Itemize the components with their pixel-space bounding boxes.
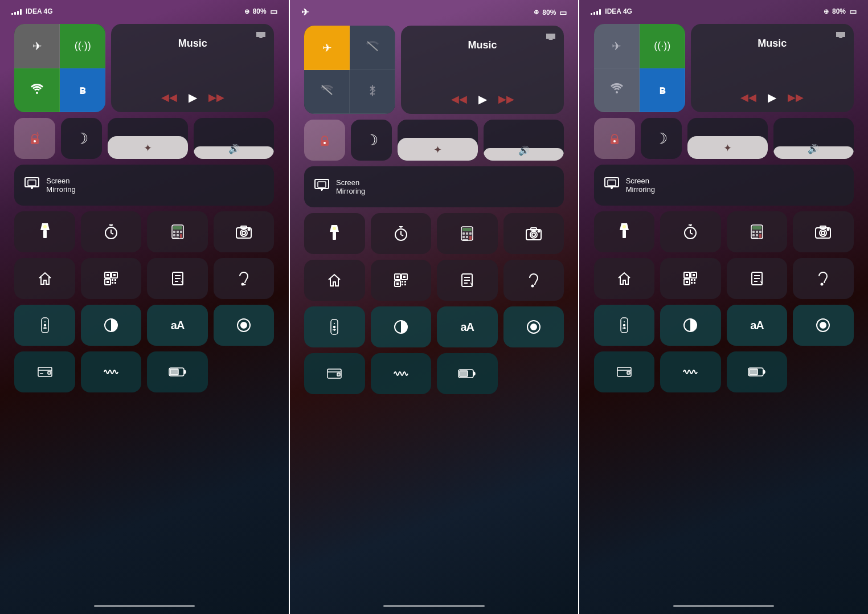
play-button-1[interactable]: ▶ <box>189 91 197 104</box>
bluetooth-button-2[interactable] <box>350 70 395 114</box>
wifi-icon-2 <box>321 84 333 99</box>
wallet-button-2[interactable] <box>304 353 365 394</box>
text-size-button-3[interactable]: aA <box>727 305 788 346</box>
timer-button-2[interactable] <box>371 213 432 254</box>
notes-button-2[interactable] <box>437 260 498 301</box>
volume-slider-2[interactable]: 🔊 <box>484 120 564 161</box>
prev-button-3[interactable]: ◀◀ <box>740 91 756 104</box>
qr-button-2[interactable] <box>371 260 432 301</box>
camera-button-3[interactable] <box>793 211 854 252</box>
soundwave-button-1[interactable] <box>81 351 142 392</box>
play-button-2[interactable]: ▶ <box>478 92 487 106</box>
flashlight-button-1[interactable] <box>14 211 75 252</box>
svg-rect-47 <box>48 371 51 374</box>
do-not-disturb-button-2[interactable]: ☽ <box>351 120 392 161</box>
cc-3: ✈ ((·)) ʙ <box>594 19 854 600</box>
screen-mirror-button-3[interactable]: Screen Mirroring <box>594 165 854 206</box>
battery-widget-button-1[interactable] <box>147 351 208 392</box>
screen-record-button-1[interactable] <box>214 305 275 346</box>
qr-button-3[interactable] <box>660 258 721 299</box>
bluetooth-button-3[interactable]: ʙ <box>640 68 685 113</box>
prev-button-1[interactable]: ◀◀ <box>161 91 177 104</box>
wallet-button-3[interactable] <box>594 351 655 392</box>
battery-widget-button-3[interactable] <box>727 351 788 392</box>
invert-button-2[interactable] <box>371 306 432 347</box>
location-icon-1: ⊕ <box>244 8 249 15</box>
screen-record-button-2[interactable] <box>503 306 564 347</box>
hearing-button-1[interactable] <box>214 258 275 299</box>
wifi-button-3[interactable] <box>594 68 640 113</box>
wallet-button-1[interactable] <box>14 351 75 392</box>
hearing-button-2[interactable] <box>503 260 564 301</box>
bluetooth-button-1[interactable]: ʙ <box>60 68 105 113</box>
rotation-lock-button-1[interactable] <box>14 118 55 159</box>
screen-record-button-3[interactable] <box>793 305 854 346</box>
brightness-slider-1[interactable]: ✦ <box>108 118 188 159</box>
notes-button-3[interactable] <box>727 258 788 299</box>
camera-button-1[interactable] <box>214 211 275 252</box>
next-button-1[interactable]: ▶▶ <box>208 91 224 104</box>
home-button-2[interactable] <box>304 260 365 301</box>
invert-button-3[interactable] <box>660 305 721 346</box>
wifi-button-1[interactable] <box>14 68 60 113</box>
remote-button-3[interactable] <box>594 305 655 346</box>
screen-mirror-button-1[interactable]: Screen Mirroring <box>14 165 274 206</box>
calculator-button-3[interactable] <box>727 211 788 252</box>
connectivity-block-2: ✈ <box>304 26 395 114</box>
status-bar-1: IDEA 4G ⊕ 80% ▭ <box>0 0 289 19</box>
home-button-1[interactable] <box>14 258 75 299</box>
screen-mirror-icon-3 <box>604 177 619 193</box>
music-block-2: Music ◀◀ ▶ ▶▶ <box>401 26 564 114</box>
home-button-3[interactable] <box>594 258 655 299</box>
do-not-disturb-button-1[interactable]: ☽ <box>61 118 102 159</box>
brightness-slider-2[interactable]: ✦ <box>398 120 478 161</box>
cc-1: ✈ ((·)) ʙ <box>14 19 274 600</box>
text-size-button-1[interactable]: aA <box>147 305 208 346</box>
hearing-button-3[interactable] <box>793 258 854 299</box>
soundwave-button-3[interactable] <box>660 351 721 392</box>
battery-widget-button-2[interactable] <box>437 353 498 394</box>
invert-button-1[interactable] <box>81 305 142 346</box>
flashlight-button-2[interactable] <box>304 213 365 254</box>
airplane-button-2[interactable]: ✈ <box>304 26 350 70</box>
remote-button-2[interactable] <box>304 306 365 347</box>
cellular-button-2[interactable] <box>350 26 395 70</box>
status-left-3: IDEA 4G <box>591 7 632 15</box>
flashlight-button-3[interactable] <box>594 211 655 252</box>
remote-button-1[interactable] <box>14 305 75 346</box>
text-size-button-2[interactable]: aA <box>437 306 498 347</box>
svg-rect-110 <box>623 230 626 238</box>
calculator-button-2[interactable] <box>437 213 498 254</box>
brightness-slider-3[interactable]: ✦ <box>687 118 768 159</box>
qr-button-1[interactable] <box>81 258 142 299</box>
airplane-button-3[interactable]: ✈ <box>594 24 640 68</box>
timer-button-1[interactable] <box>81 211 142 252</box>
battery-label-2: 80% <box>542 9 556 17</box>
svg-rect-14 <box>173 234 175 236</box>
do-not-disturb-button-3[interactable]: ☽ <box>641 118 682 159</box>
camera-button-2[interactable] <box>503 213 564 254</box>
play-button-3[interactable]: ▶ <box>768 91 776 104</box>
svg-rect-17 <box>173 238 179 239</box>
airplane-button-1[interactable]: ✈ <box>14 24 60 68</box>
airplay-icon-2[interactable] <box>546 32 556 44</box>
prev-button-2[interactable]: ◀◀ <box>451 93 467 105</box>
volume-slider-1[interactable]: 🔊 <box>194 118 274 159</box>
next-button-2[interactable]: ▶▶ <box>498 93 514 105</box>
rotation-lock-button-3[interactable] <box>594 118 635 159</box>
icon-row-tools-3 <box>594 211 854 252</box>
notes-button-1[interactable] <box>147 258 208 299</box>
timer-button-3[interactable] <box>660 211 721 252</box>
music-controls-3: ◀◀ ▶ ▶▶ <box>740 91 804 104</box>
wifi-button-2[interactable] <box>304 70 350 114</box>
volume-slider-3[interactable]: 🔊 <box>773 118 854 159</box>
next-button-3[interactable]: ▶▶ <box>788 91 804 104</box>
calculator-button-1[interactable] <box>147 211 208 252</box>
cellular-button-3[interactable]: ((·)) <box>640 24 685 68</box>
rotation-lock-button-2[interactable] <box>304 120 345 161</box>
soundwave-button-2[interactable] <box>371 353 432 394</box>
airplay-icon-3[interactable] <box>836 31 846 42</box>
screen-mirror-button-2[interactable]: Screen Mirroring <box>304 166 564 207</box>
cellular-button-1[interactable]: ((·)) <box>60 24 105 68</box>
airplay-icon-1[interactable] <box>256 31 266 42</box>
